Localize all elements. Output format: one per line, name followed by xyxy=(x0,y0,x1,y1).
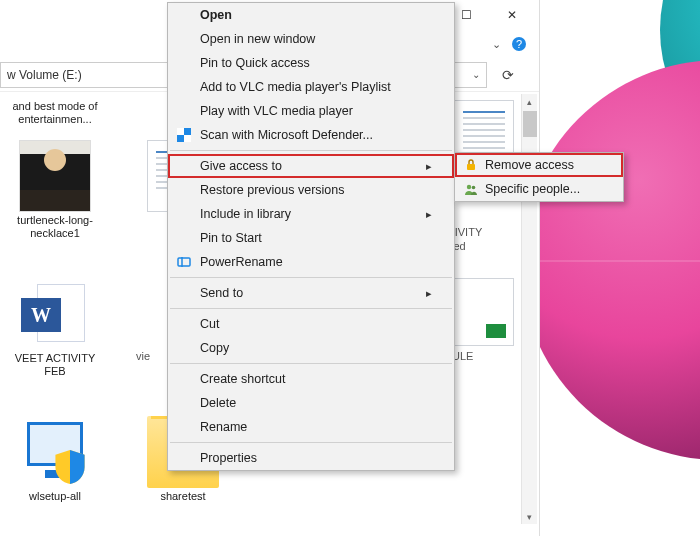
file-label: turtleneck-long-necklace1 xyxy=(8,214,102,240)
address-text: w Volume (E:) xyxy=(7,68,82,82)
help-icon[interactable]: ? xyxy=(511,36,527,52)
file-item[interactable]: turtleneck-long-necklace1 xyxy=(6,136,104,244)
ctx-copy[interactable]: Copy xyxy=(168,336,454,360)
ctx-separator xyxy=(170,363,452,364)
file-label: wlsetup-all xyxy=(29,490,81,503)
close-button[interactable]: ✕ xyxy=(489,0,535,30)
file-label-partial: ULE xyxy=(452,350,473,363)
ctx-restore-versions[interactable]: Restore previous versions xyxy=(168,178,454,202)
ctx-defender-scan[interactable]: Scan with Microsoft Defender... xyxy=(168,123,454,147)
ctx-separator xyxy=(170,308,452,309)
ctx-rename[interactable]: Rename xyxy=(168,415,454,439)
ctx-open[interactable]: Open xyxy=(168,3,454,27)
ctx-pin-start[interactable]: Pin to Start xyxy=(168,226,454,250)
ctx-separator xyxy=(170,150,452,151)
context-menu: Open Open in new window Pin to Quick acc… xyxy=(167,2,455,471)
scroll-up-icon[interactable]: ▴ xyxy=(522,94,537,110)
chevron-right-icon: ▸ xyxy=(426,160,432,173)
file-item[interactable]: and best mode of entertainmen... xyxy=(6,96,104,130)
svg-rect-3 xyxy=(178,258,190,266)
image-thumbnail xyxy=(19,140,91,212)
chevron-right-icon: ▸ xyxy=(426,287,432,300)
file-item[interactable]: W VEET ACTIVITY FEB xyxy=(6,274,104,382)
scroll-thumb[interactable] xyxy=(523,111,537,137)
excel-icon xyxy=(454,278,514,346)
ctx-include-library[interactable]: Include in library▸ xyxy=(168,202,454,226)
chevron-right-icon: ▸ xyxy=(426,208,432,221)
ctx-create-shortcut[interactable]: Create shortcut xyxy=(168,367,454,391)
file-label-partial: vie xyxy=(136,350,150,363)
people-icon xyxy=(463,181,479,197)
ctx-delete[interactable]: Delete xyxy=(168,391,454,415)
chevron-down-icon[interactable]: ⌄ xyxy=(492,38,501,51)
exe-icon xyxy=(19,416,91,488)
desktop-wallpaper xyxy=(535,0,700,536)
ctx-cut[interactable]: Cut xyxy=(168,312,454,336)
ctx-open-new-window[interactable]: Open in new window xyxy=(168,27,454,51)
file-label: VEET ACTIVITY FEB xyxy=(8,352,102,378)
svg-point-6 xyxy=(467,185,471,189)
ctx-vlc-add[interactable]: Add to VLC media player's Playlist xyxy=(168,75,454,99)
file-item[interactable]: wlsetup-all xyxy=(6,412,104,507)
ctx-send-to[interactable]: Send to▸ xyxy=(168,281,454,305)
ctx-properties[interactable]: Properties xyxy=(168,446,454,470)
file-label: sharetest xyxy=(160,490,205,503)
svg-point-7 xyxy=(472,186,476,190)
ctx-remove-access[interactable]: Remove access xyxy=(455,153,623,177)
address-dropdown-icon[interactable]: ⌄ xyxy=(472,69,480,80)
file-label: and best mode of entertainmen... xyxy=(8,100,102,126)
ctx-separator xyxy=(170,277,452,278)
word-icon: W xyxy=(19,278,91,350)
scroll-down-icon[interactable]: ▾ xyxy=(522,509,537,525)
ctx-vlc-play[interactable]: Play with VLC media player xyxy=(168,99,454,123)
powerrename-icon xyxy=(176,254,192,270)
ctx-powerrename[interactable]: PowerRename xyxy=(168,250,454,274)
defender-icon xyxy=(176,127,192,143)
svg-rect-5 xyxy=(467,164,475,170)
file-item[interactable] xyxy=(444,274,524,350)
ctx-pin-quick-access[interactable]: Pin to Quick access xyxy=(168,51,454,75)
ctx-separator xyxy=(170,442,452,443)
ctx-specific-people[interactable]: Specific people... xyxy=(455,177,623,201)
svg-text:?: ? xyxy=(516,38,522,50)
lock-icon xyxy=(463,157,479,173)
ctx-give-access-to[interactable]: Give access to▸ xyxy=(168,154,454,178)
refresh-button[interactable]: ⟳ xyxy=(495,62,521,88)
context-submenu-give-access: Remove access Specific people... xyxy=(454,152,624,202)
